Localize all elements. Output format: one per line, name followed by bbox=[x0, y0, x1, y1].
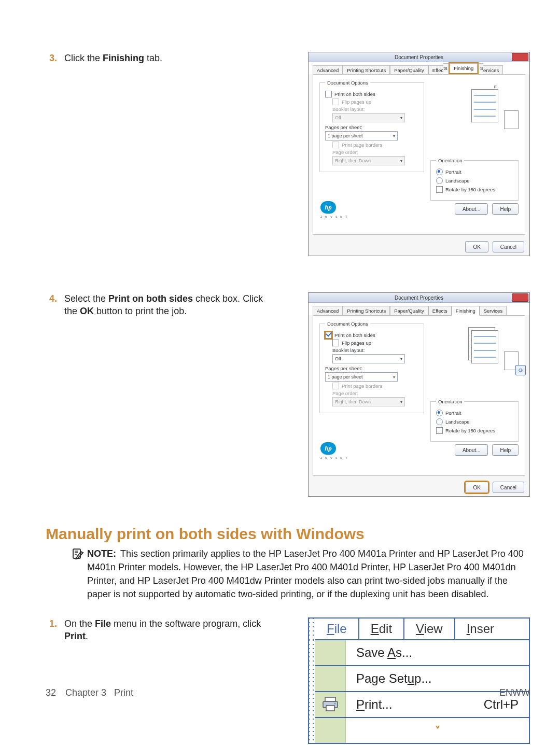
tab-services[interactable]: Services bbox=[480, 306, 507, 316]
page-order-select-value: Right, then Down bbox=[335, 399, 371, 404]
step-3-text: Click the Finishing tab. bbox=[64, 52, 263, 64]
pps-select-row[interactable]: 1 page per sheet▾ bbox=[325, 372, 418, 382]
tab-paper-quality[interactable]: Paper/Quality bbox=[390, 65, 428, 75]
print-both-sides-label: Print on both sides bbox=[334, 91, 375, 97]
help-button[interactable]: Help bbox=[492, 203, 519, 215]
tab-effects[interactable]: Effects bbox=[428, 306, 452, 316]
menu-item-expand[interactable]: ˅ bbox=[315, 718, 529, 743]
note-body: This section primarily applies to the HP… bbox=[87, 549, 524, 599]
orientation-landscape[interactable]: Landscape bbox=[436, 177, 513, 184]
page-preview: E bbox=[451, 82, 519, 129]
document-properties-dialog-step3: Document Properties Advanced Printing Sh… bbox=[308, 52, 530, 256]
menu-edit[interactable]: Edit bbox=[359, 619, 404, 639]
orientation-landscape-radio[interactable] bbox=[436, 418, 443, 425]
orientation-portrait[interactable]: Portrait bbox=[436, 410, 513, 416]
tab-services-right[interactable]: ervices bbox=[483, 65, 503, 75]
svg-rect-6 bbox=[326, 706, 334, 711]
pps-select-value: 1 page per sheet bbox=[328, 133, 363, 138]
rotate-180-checkbox[interactable] bbox=[436, 186, 443, 193]
hp-invent-label: ɪ ɴ ᴠ ᴇ ɴ ᴛ bbox=[320, 215, 348, 219]
flip-pages-up-checkbox[interactable] bbox=[332, 340, 339, 346]
rotate-180-option[interactable]: Rotate by 180 degrees bbox=[436, 427, 513, 434]
rotate-180-label: Rotate by 180 degrees bbox=[445, 428, 495, 433]
orientation-portrait-radio[interactable] bbox=[436, 410, 443, 416]
orientation-legend: Orientation bbox=[436, 158, 464, 163]
dialog-inner-buttons: About... Help bbox=[455, 444, 519, 456]
orientation-landscape[interactable]: Landscape bbox=[436, 418, 513, 425]
preview-sheet-front bbox=[471, 330, 498, 363]
orientation-landscape-label: Landscape bbox=[445, 178, 469, 184]
close-icon[interactable] bbox=[512, 53, 528, 61]
print-both-sides-option[interactable]: Print on both sides bbox=[325, 332, 418, 339]
booklet-select[interactable]: Off▾ bbox=[332, 354, 405, 363]
step-3-row: 3. Click the Finishing tab. Document Pro… bbox=[46, 52, 530, 256]
orientation-landscape-label: Landscape bbox=[445, 419, 469, 425]
dialog-titlebar: Document Properties bbox=[309, 52, 529, 62]
page-order-label-row: Page order: bbox=[332, 149, 418, 155]
step-3-post: tab. bbox=[144, 53, 162, 63]
rotate-180-option[interactable]: Rotate by 180 degrees bbox=[436, 186, 513, 193]
cancel-button[interactable]: Cancel bbox=[493, 482, 524, 493]
step-4-bold2: OK bbox=[80, 306, 94, 316]
preview-sheet-stack bbox=[471, 330, 498, 363]
chevron-down-icon: ▾ bbox=[400, 159, 402, 163]
menu-view[interactable]: View bbox=[404, 619, 455, 639]
print-both-sides-option[interactable]: Print on both sides bbox=[325, 91, 418, 97]
tab-paper-quality[interactable]: Paper/Quality bbox=[390, 306, 428, 316]
menu-file[interactable]: File bbox=[315, 619, 359, 639]
ok-button[interactable]: OK bbox=[465, 241, 488, 252]
menu-bar: File Edit View Inser bbox=[315, 619, 529, 640]
pps-row: Pages per sheet: bbox=[325, 366, 418, 371]
note-text: NOTE:This section primarily applies to t… bbox=[87, 547, 530, 601]
step-4-row: 4. Select the Print on both sides check … bbox=[46, 292, 530, 497]
dialog-outer-buttons: OK Cancel bbox=[465, 241, 524, 252]
help-button[interactable]: Help bbox=[492, 444, 519, 456]
pps-select[interactable]: 1 page per sheet▾ bbox=[325, 372, 398, 382]
orientation-portrait[interactable]: Portrait bbox=[436, 168, 513, 175]
menu-item-icon-blank bbox=[315, 640, 346, 665]
menu-insert[interactable]: Inser bbox=[455, 619, 506, 639]
step-1-bold1: File bbox=[95, 619, 111, 629]
step-1-mid: menu in the software program, click bbox=[111, 619, 261, 629]
flip-pages-up-option: Flip pages up bbox=[332, 99, 418, 105]
about-button[interactable]: About... bbox=[455, 444, 488, 456]
step-3-number: 3. bbox=[46, 52, 57, 64]
tab-services-left[interactable]: S bbox=[479, 63, 483, 73]
flip-pages-up-option[interactable]: Flip pages up bbox=[332, 340, 418, 346]
tab-finishing[interactable]: Finishing bbox=[452, 306, 480, 316]
page-borders-option: Print page borders bbox=[332, 142, 418, 148]
pps-select-row[interactable]: 1 page per sheet▾ bbox=[325, 131, 418, 140]
orientation-portrait-radio[interactable] bbox=[436, 168, 443, 175]
pps-select[interactable]: 1 page per sheet▾ bbox=[325, 131, 398, 140]
cancel-button[interactable]: Cancel bbox=[493, 241, 524, 252]
rotate-180-checkbox[interactable] bbox=[436, 427, 443, 434]
booklet-select-row[interactable]: Off▾ bbox=[332, 354, 418, 363]
preview-sheet: E bbox=[471, 89, 498, 122]
tab-effects-left[interactable]: Effec bbox=[428, 65, 443, 75]
preview-twoup: ⟳ bbox=[504, 352, 519, 370]
ok-button[interactable]: OK bbox=[465, 482, 488, 493]
menu-item-save-as[interactable]: Save As... bbox=[315, 640, 529, 666]
tab-advanced[interactable]: Advanced bbox=[313, 65, 343, 75]
orientation-landscape-radio[interactable] bbox=[436, 177, 443, 184]
page-borders-checkbox bbox=[332, 383, 339, 389]
flip-pages-up-label: Flip pages up bbox=[342, 340, 371, 346]
page-order-select-row: Right, then Down▾ bbox=[332, 156, 418, 165]
tab-printing-shortcuts[interactable]: Printing Shortcuts bbox=[343, 306, 390, 316]
tab-finishing[interactable]: Finishing bbox=[450, 63, 478, 73]
tab-printing-shortcuts[interactable]: Printing Shortcuts bbox=[343, 65, 390, 75]
menu-item-save-as-label: Save As... bbox=[356, 645, 412, 660]
document-options-legend: Document Options bbox=[325, 321, 370, 327]
tab-advanced[interactable]: Advanced bbox=[313, 306, 343, 316]
tab-effects-right[interactable]: ts bbox=[443, 63, 448, 73]
print-both-sides-checkbox[interactable] bbox=[325, 332, 332, 339]
close-icon[interactable] bbox=[512, 293, 528, 302]
print-both-sides-checkbox[interactable] bbox=[325, 91, 332, 97]
step-3-pre: Click the bbox=[64, 53, 103, 63]
page-footer: 32 Chapter 3 Print ENWW bbox=[46, 687, 530, 698]
page-order-select-value: Right, then Down bbox=[335, 158, 371, 163]
document-options-legend: Document Options bbox=[325, 80, 370, 86]
about-button[interactable]: About... bbox=[455, 203, 488, 215]
tab-panel-finishing: Document Options Print on both sides Fli… bbox=[313, 315, 525, 476]
dialog-title: Document Properties bbox=[395, 54, 443, 60]
